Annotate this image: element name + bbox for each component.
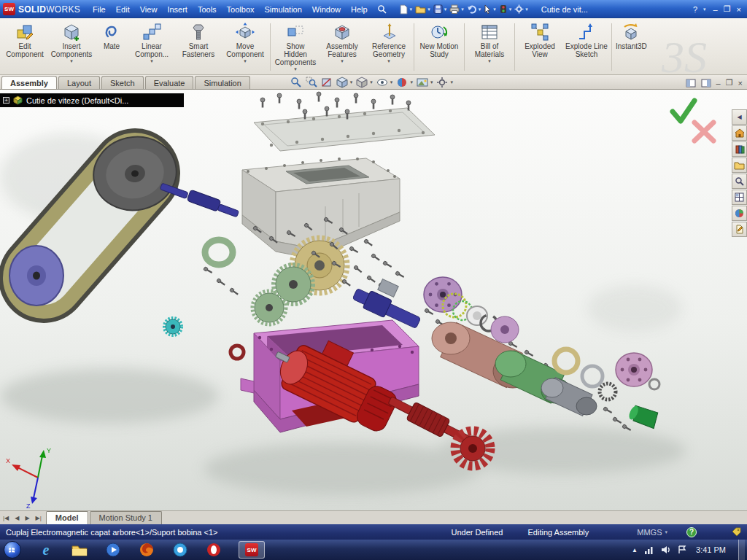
tab-assembly[interactable]: Assembly (1, 76, 57, 89)
internet-explorer-icon[interactable]: e (37, 541, 55, 559)
nav-prev-button[interactable]: ◀ (12, 515, 22, 521)
linear-component-pattern-button[interactable]: Linear Compon... ▾ (128, 20, 175, 74)
select-icon[interactable] (483, 3, 492, 15)
caret-down-icon[interactable]: ▾ (450, 79, 453, 85)
caret-down-icon[interactable]: ▾ (387, 58, 390, 63)
menu-insert[interactable]: Insert (162, 2, 193, 17)
part-small-pulley[interactable] (9, 246, 63, 306)
caret-down-icon[interactable]: ▾ (479, 7, 481, 12)
quick-tips-help-badge[interactable]: ? (686, 527, 697, 537)
edit-component-button[interactable]: Edit Component (1, 20, 48, 74)
caret-down-icon[interactable]: ▾ (488, 58, 491, 63)
caret-down-icon[interactable]: ▾ (493, 7, 496, 12)
menu-file[interactable]: File (88, 2, 111, 17)
view-palette-tab[interactable] (732, 190, 747, 205)
apply-scene-icon[interactable] (417, 77, 428, 88)
menu-edit[interactable]: Edit (111, 2, 135, 17)
close-icon[interactable]: × (737, 5, 741, 14)
minimize-doc-icon[interactable]: – (716, 79, 721, 88)
bill-of-materials-button[interactable]: Bill of Materials ▾ (466, 20, 513, 74)
assembly-features-button[interactable]: Assembly Features ▾ (319, 20, 365, 74)
tree-expand-icon[interactable]: + (3, 97, 9, 104)
nav-next-button[interactable]: ▶ (22, 515, 32, 521)
menu-toolbox[interactable]: Toolbox (222, 2, 260, 17)
tab-sketch[interactable]: Sketch (101, 76, 144, 89)
caret-down-icon[interactable]: ▾ (410, 7, 413, 12)
zoom-area-icon[interactable] (306, 77, 317, 88)
zoom-fit-icon[interactable] (290, 77, 302, 88)
restore-doc-icon[interactable]: ❐ (726, 78, 733, 88)
units-selector[interactable]: MMGS (637, 528, 662, 537)
show-hidden-components-button[interactable]: Show Hidden Components ▾ (272, 20, 319, 74)
caret-down-icon[interactable]: ▾ (461, 7, 464, 12)
menu-view[interactable]: View (135, 2, 163, 17)
feature-tree-root[interactable]: + Cutie de viteze (Default<Di... (0, 93, 184, 107)
hide-show-items-icon[interactable] (376, 77, 388, 88)
help-icon[interactable]: ? (693, 5, 697, 14)
volume-icon[interactable] (661, 545, 671, 554)
caret-down-icon[interactable]: ▾ (444, 7, 447, 12)
messenger-icon[interactable] (171, 541, 189, 559)
caret-down-icon[interactable]: ▾ (70, 58, 73, 63)
move-component-button[interactable]: Move Component ▾ (222, 20, 268, 74)
display-style-icon[interactable] (356, 77, 368, 88)
new-motion-study-button[interactable]: New Motion Study (416, 20, 462, 74)
caret-down-icon[interactable]: ▾ (350, 79, 353, 85)
caret-down-icon[interactable]: ▾ (703, 7, 706, 12)
start-button[interactable] (4, 541, 21, 559)
section-view-icon[interactable] (321, 77, 333, 88)
caret-down-icon[interactable]: ▾ (430, 79, 433, 85)
media-player-icon[interactable] (104, 541, 122, 559)
open-icon[interactable] (414, 3, 427, 15)
smart-fasteners-button[interactable]: Smart Fasteners (175, 20, 222, 74)
feature-tree-root-label[interactable]: Cutie de viteze (Default<Di... (26, 96, 128, 105)
part-flange-pink[interactable] (616, 353, 652, 386)
tray-overflow-icon[interactable]: ▲ (632, 547, 638, 553)
caret-down-icon[interactable]: ▾ (370, 79, 373, 85)
search-tab[interactable] (732, 174, 747, 189)
nav-last-button[interactable]: ▶| (33, 515, 44, 521)
taskbar-clock[interactable]: 3:41 PM (696, 545, 726, 554)
mate-button[interactable]: Mate (95, 20, 128, 74)
firefox-icon[interactable] (138, 541, 155, 559)
print-icon[interactable] (449, 3, 460, 15)
tab-simulation[interactable]: Simulation (195, 76, 249, 89)
viewport-layout-icon[interactable] (686, 79, 696, 88)
tab-motion-study-1[interactable]: Motion Study 1 (90, 511, 162, 524)
menu-simulation[interactable]: Simulation (260, 2, 307, 17)
tag-icon[interactable] (732, 527, 741, 537)
caret-down-icon[interactable]: ▾ (294, 66, 297, 71)
new-document-icon[interactable] (398, 3, 409, 16)
tab-layout[interactable]: Layout (58, 76, 100, 89)
graphics-area[interactable]: X Y Z + Cutie de viteze (Default<Di... ◀ (0, 90, 747, 510)
design-library-tab[interactable] (732, 141, 747, 157)
tab-evaluate[interactable]: Evaluate (145, 76, 194, 89)
instant3d-button[interactable]: Instant3D (614, 20, 649, 74)
menu-window[interactable]: Window (307, 2, 346, 17)
reference-geometry-button[interactable]: Reference Geometry ▾ (365, 20, 412, 74)
opera-icon[interactable] (205, 541, 222, 559)
show-desktop-button[interactable] (738, 540, 745, 560)
save-icon[interactable] (433, 3, 444, 15)
close-doc-icon[interactable]: × (738, 79, 743, 88)
maximize-icon[interactable]: ❐ (724, 4, 731, 14)
appearances-scenes-tab[interactable] (732, 206, 747, 221)
solidworks-resources-tab[interactable] (732, 125, 747, 141)
edit-appearance-icon[interactable] (396, 77, 408, 88)
explode-line-sketch-button[interactable]: Explode Line Sketch (563, 20, 610, 74)
caret-down-icon[interactable]: ▾ (665, 529, 667, 535)
custom-properties-tab[interactable] (732, 222, 747, 237)
search-icon[interactable] (377, 4, 387, 14)
rebuild-icon[interactable] (498, 3, 508, 15)
view-orientation-icon[interactable] (336, 77, 348, 88)
caret-down-icon[interactable]: ▾ (390, 79, 393, 85)
action-center-flag-icon[interactable] (678, 545, 686, 554)
menu-help[interactable]: Help (346, 2, 373, 17)
options-icon[interactable] (514, 3, 525, 15)
insert-components-button[interactable]: Insert Components ▾ (48, 20, 95, 74)
solidworks-taskbar-button[interactable]: SW (239, 541, 265, 559)
undo-icon[interactable] (466, 3, 478, 15)
caret-down-icon[interactable]: ▾ (525, 7, 528, 12)
caret-down-icon[interactable]: ▾ (150, 58, 153, 63)
caret-down-icon[interactable]: ▾ (509, 7, 512, 12)
